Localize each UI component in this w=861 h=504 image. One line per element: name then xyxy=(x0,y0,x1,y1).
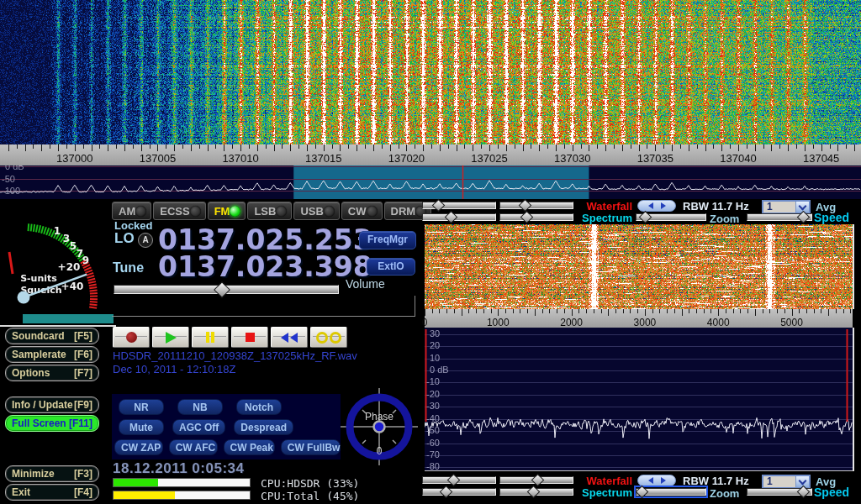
audio-db-tick-label: 10 xyxy=(430,354,440,363)
scroll-left-icon[interactable] xyxy=(648,477,653,484)
mode-button-fm[interactable]: FM xyxy=(208,202,246,220)
playback-button-row xyxy=(113,327,347,346)
extio-button[interactable]: ExtIO xyxy=(367,258,415,276)
audio-spectrum[interactable]: 3020100 dB-10-20-30-40-50-60-70-80 xyxy=(425,328,854,471)
waterfall-label: Waterfall xyxy=(577,201,632,212)
menu-button-exit[interactable]: Exit[F4] xyxy=(5,484,99,501)
mode-label: ECSS xyxy=(154,205,189,218)
tune-label: Tune xyxy=(113,260,144,276)
menu-button-full-screen[interactable]: Full Screen[F11] xyxy=(5,415,99,432)
spectrum-contrast-slider[interactable] xyxy=(499,213,573,222)
loop-button[interactable] xyxy=(310,327,347,348)
audio-waterfall[interactable] xyxy=(425,224,854,309)
audio-db-tick-label: -40 xyxy=(426,414,440,423)
meter-divider xyxy=(0,325,116,327)
cpu-total-fill xyxy=(114,491,175,499)
dsp-button-nb[interactable]: NB xyxy=(177,399,223,415)
spectrum-brightness-slider[interactable] xyxy=(422,487,496,496)
recording-filename: HDSDR_20111210_120938Z_137025kHz_RF.wav xyxy=(113,349,357,362)
mode-label: LSB xyxy=(248,205,276,218)
frequency-tick-label: 137030 xyxy=(554,152,590,165)
waterfall-brightness-slider[interactable] xyxy=(422,201,496,210)
frequency-tick-label: 137015 xyxy=(305,152,341,165)
frequency-tick-label: 137020 xyxy=(388,152,425,165)
menu-button-label: Info / Update xyxy=(12,399,73,411)
rf-frequency-scale[interactable]: 1370001370051370101370151370201370251370… xyxy=(0,144,861,165)
rewind-button[interactable] xyxy=(271,327,308,348)
dsp-button-cw-fullbw[interactable]: CW FullBw xyxy=(281,439,341,455)
dsp-button-notch[interactable]: Notch xyxy=(236,399,282,415)
frequency-tick-label: 137025 xyxy=(471,152,507,165)
lo-row: LO A xyxy=(114,230,153,248)
mode-button-cw[interactable]: CW xyxy=(341,202,383,220)
spectrum-brightness-slider-track xyxy=(422,488,496,496)
volume-slider[interactable] xyxy=(114,284,339,295)
frequency-tick-label: 137000 xyxy=(56,152,92,165)
mode-button-ecss[interactable]: ECSS xyxy=(153,202,205,220)
mode-button-am[interactable]: AM xyxy=(112,202,151,220)
speed-label: Speed xyxy=(814,213,854,223)
menu-button-options[interactable]: Options[F7] xyxy=(5,365,99,381)
spectrum-brightness-slider[interactable] xyxy=(422,213,496,222)
dsp-button-nr[interactable]: NR xyxy=(119,399,164,415)
zoom-slider[interactable] xyxy=(636,487,706,496)
menu-button-samplerate[interactable]: Samplerate[F6] xyxy=(5,346,99,363)
play-button[interactable] xyxy=(152,327,189,348)
pause-button[interactable] xyxy=(192,327,229,348)
dsp-button-mute[interactable]: Mute xyxy=(119,419,164,435)
rf-waterfall[interactable] xyxy=(0,0,861,144)
menu-button-key: [F3] xyxy=(74,468,92,480)
menu-button-label: Samplerate xyxy=(12,349,66,360)
mode-led-icon xyxy=(367,206,378,217)
rbw-readout: RBW 11.7 Hz xyxy=(683,475,760,486)
tune-frequency-display[interactable]: 0137.023.398 xyxy=(158,254,372,281)
freqmgr-button[interactable]: FreqMgr xyxy=(359,231,416,249)
rf-spectrum[interactable]: 0 dB-50-100 xyxy=(0,165,861,199)
lo-auto-badge[interactable]: A xyxy=(138,233,153,248)
speed-label: Speed xyxy=(814,487,854,498)
mode-button-lsb[interactable]: LSB xyxy=(247,202,292,220)
dsp-button-cw-afc[interactable]: CW AFC xyxy=(169,439,218,455)
waterfall-contrast-slider[interactable] xyxy=(499,201,573,210)
phase-dial[interactable]: Phase 0 xyxy=(341,388,418,465)
waterfall-brightness-slider[interactable] xyxy=(422,475,496,485)
spectrum-contrast-slider[interactable] xyxy=(499,487,573,496)
cpu-hdsdr-label: CPU:HDSDR (33%) xyxy=(261,477,359,490)
db-tick-label: -100 xyxy=(2,186,20,196)
scroll-left-icon[interactable] xyxy=(648,202,653,209)
dsp-button-agc-off[interactable]: AGC Off xyxy=(172,419,225,435)
speed-slider[interactable] xyxy=(747,487,812,496)
menu-button-info-update[interactable]: Info / Update[F9] xyxy=(5,396,99,413)
band-scroll-control[interactable] xyxy=(637,475,676,486)
squelch-level-bar[interactable] xyxy=(23,314,114,323)
db-tick-label: -50 xyxy=(2,175,15,184)
record-button[interactable] xyxy=(113,327,150,348)
menu-button-minimize[interactable]: Minimize[F3] xyxy=(5,465,99,482)
dsp-button-cw-zap[interactable]: CW ZAP xyxy=(114,439,163,455)
scroll-right-icon[interactable] xyxy=(661,202,666,209)
scroll-right-icon[interactable] xyxy=(661,477,666,484)
cpu-hdsdr-bar xyxy=(113,478,251,487)
stop-button[interactable] xyxy=(231,327,268,348)
mode-button-usb[interactable]: USB xyxy=(293,202,339,220)
cpu-total-label: CPU:Total (45%) xyxy=(261,490,359,502)
dsp-button-cw-peak[interactable]: CW Peak xyxy=(224,439,275,455)
audio-db-tick-label: -20 xyxy=(426,390,440,399)
audio-spectrum-canvas xyxy=(425,328,853,470)
band-scroll-control[interactable] xyxy=(637,200,676,212)
db-tick-label: 0 dB xyxy=(5,165,24,171)
zoom-slider[interactable] xyxy=(636,213,706,222)
waterfall-contrast-slider[interactable] xyxy=(499,475,573,485)
audio-tick-label: 3000 xyxy=(634,317,657,328)
menu-button-label: Soundcard xyxy=(12,330,65,342)
speed-slider[interactable] xyxy=(747,213,812,222)
dsp-row: CW ZAPCW AFCCW PeakCW FullBw xyxy=(114,439,341,455)
cpu-total-bar xyxy=(113,491,251,500)
audio-frequency-scale[interactable]: 010002000300040005000 xyxy=(425,309,853,328)
frequency-tick-label: 137040 xyxy=(720,152,756,165)
dsp-button-despread[interactable]: Despread xyxy=(234,419,293,435)
menu-button-soundcard[interactable]: Soundcard[F5] xyxy=(5,328,99,344)
menu-button-label: Exit xyxy=(12,486,30,498)
mode-label: AM xyxy=(113,205,135,218)
mode-led-icon xyxy=(230,206,240,217)
